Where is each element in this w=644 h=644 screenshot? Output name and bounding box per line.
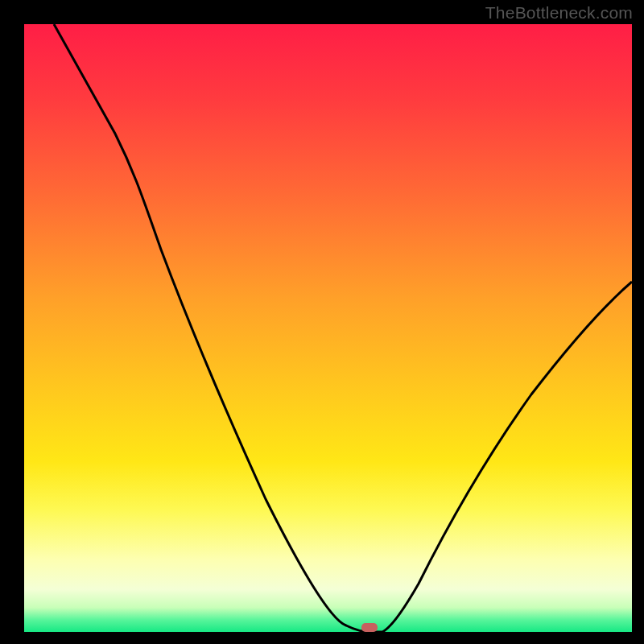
optimum-marker: [361, 623, 378, 632]
watermark-text: TheBottleneck.com: [485, 3, 633, 23]
chart-frame: TheBottleneck.com: [0, 0, 644, 644]
curve-svg: [24, 24, 632, 632]
plot-area: [24, 24, 632, 632]
bottleneck-curve-path: [54, 24, 632, 632]
